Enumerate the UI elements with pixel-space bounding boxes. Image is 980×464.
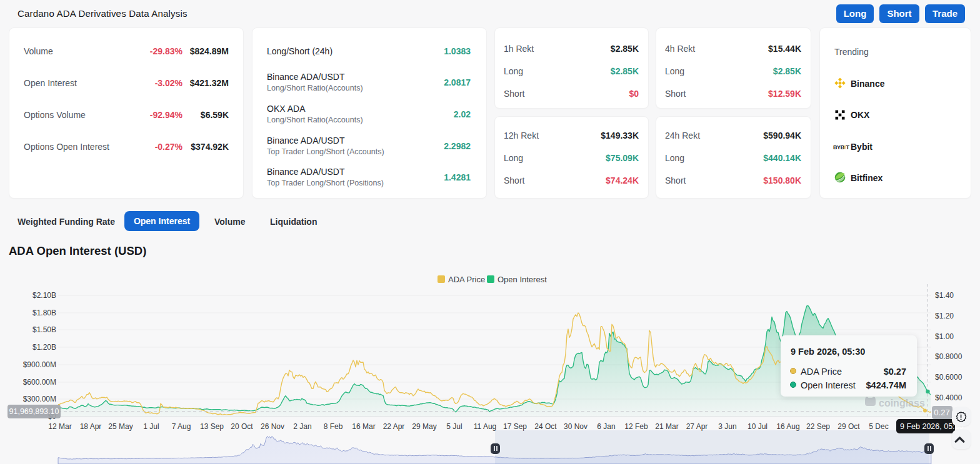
svg-text:12 Feb: 12 Feb [624, 422, 648, 431]
svg-text:91,969,893.10: 91,969,893.10 [9, 407, 59, 416]
svg-text:0.27: 0.27 [934, 408, 949, 417]
svg-text:27 Apr: 27 Apr [686, 422, 708, 431]
svg-text:29 May: 29 May [412, 422, 436, 431]
svg-text:8 Feb: 8 Feb [324, 422, 343, 431]
svg-text:$1.50B: $1.50B [32, 325, 56, 334]
svg-text:12 Mar: 12 Mar [48, 422, 71, 431]
svg-text:5 Dec: 5 Dec [869, 422, 888, 431]
svg-text:10 Jul: 10 Jul [748, 422, 768, 431]
svg-text:16 Mar: 16 Mar [352, 422, 375, 431]
svg-text:13 Sep: 13 Sep [200, 422, 224, 431]
svg-text:$300.00M: $300.00M [23, 395, 56, 403]
svg-text:$0.4000: $0.4000 [935, 393, 962, 402]
svg-text:26 Nov: 26 Nov [261, 422, 284, 431]
svg-text:22 Sep: 22 Sep [806, 422, 830, 431]
svg-text:24 Oct: 24 Oct [534, 422, 557, 431]
svg-text:$0.8000: $0.8000 [935, 352, 962, 361]
svg-text:$2.10B: $2.10B [32, 291, 56, 300]
svg-text:5 Jul: 5 Jul [446, 422, 462, 431]
svg-text:30 Nov: 30 Nov [564, 422, 588, 431]
svg-text:3 Jun: 3 Jun [718, 422, 736, 431]
svg-text:$0.6000: $0.6000 [935, 373, 962, 382]
svg-text:11 Aug: 11 Aug [474, 422, 496, 431]
svg-text:7 Aug: 7 Aug [172, 422, 191, 431]
svg-text:29 Oct: 29 Oct [838, 422, 860, 431]
svg-text:16 Aug: 16 Aug [776, 422, 799, 431]
svg-text:1 Jul: 1 Jul [143, 422, 159, 431]
svg-text:17 Sep: 17 Sep [503, 422, 527, 431]
svg-text:2 Jan: 2 Jan [293, 422, 311, 431]
svg-text:25 May: 25 May [108, 422, 132, 431]
svg-text:$1.40: $1.40 [935, 291, 954, 300]
svg-text:20 Oct: 20 Oct [231, 422, 253, 431]
svg-text:21 Mar: 21 Mar [655, 422, 678, 431]
svg-text:22 Apr: 22 Apr [383, 422, 405, 431]
svg-text:$1.20B: $1.20B [32, 343, 56, 352]
svg-text:coinglass: coinglass [879, 398, 925, 408]
svg-text:$1.20: $1.20 [935, 312, 954, 320]
svg-text:$1.00: $1.00 [935, 332, 954, 341]
svg-text:18 Apr: 18 Apr [80, 422, 102, 431]
svg-text:$1.80B: $1.80B [32, 309, 56, 317]
svg-text:6 Jan: 6 Jan [597, 422, 615, 431]
svg-text:$600.00M: $600.00M [23, 378, 56, 387]
svg-text:$900.00M: $900.00M [23, 360, 56, 369]
